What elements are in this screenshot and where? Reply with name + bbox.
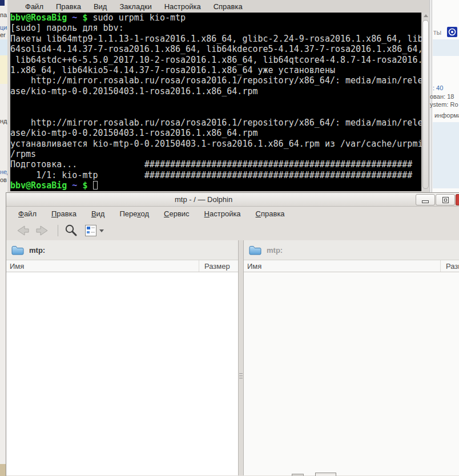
details-view-icon [85, 225, 96, 236]
background-band [0, 55, 8, 84]
konsole-menubar: ФайлПравкаВидЗакладкиНастройкаСправка [7, 0, 429, 13]
dolphin-menu-item-0[interactable]: Файл [11, 209, 44, 218]
konsole-menu-item-4[interactable]: Настройка [158, 2, 207, 11]
maximize-icon [442, 197, 449, 203]
dolphin-titlebar[interactable]: mtp - / — Dolphin [6, 193, 459, 207]
forward-arrow-icon [34, 224, 51, 237]
background-text-fragment: ован: 18 [430, 93, 454, 100]
terminal-line [10, 107, 421, 118]
background-link-fragment: циа. [0, 24, 8, 31]
background-text-fragment: информа [434, 112, 459, 119]
splitter-grip-icon [239, 373, 243, 379]
minimize-icon [422, 200, 429, 203]
terminal-line: http://mirror.rosalab.ru/rosa/rosa2016.1… [10, 118, 421, 128]
cutoff-widget [292, 474, 304, 476]
prompt-symbol: $ [82, 180, 92, 191]
forward-button[interactable] [33, 223, 53, 238]
location-bar-left[interactable]: mtp: [6, 240, 238, 260]
folder-icon [249, 245, 261, 255]
find-button[interactable] [63, 223, 80, 238]
close-button[interactable] [456, 194, 459, 205]
background-band [433, 39, 459, 56]
dolphin-menu-item-2[interactable]: Вид [84, 209, 112, 218]
prompt-user: bbv@RosaBig [10, 180, 67, 191]
minimize-button[interactable] [416, 194, 435, 205]
background-text-fragment: ов [0, 176, 7, 183]
terminal-line: устанавливается kio-mtp-0-0.20150403.1-r… [10, 139, 421, 149]
column-header-name[interactable]: Имя [10, 260, 24, 272]
dolphin-menu-item-3[interactable]: Переход [112, 209, 156, 218]
background-text-fragment: ты [433, 29, 441, 37]
scroll-up-icon[interactable] [424, 14, 428, 17]
dolphin-toolbar [6, 221, 459, 240]
back-button[interactable] [12, 223, 33, 238]
folder-icon [11, 245, 24, 255]
cutoff-widget [315, 473, 336, 476]
window-title: mtp - / — Dolphin [175, 195, 232, 204]
background-text-fragment: па [0, 11, 7, 18]
file-list-right[interactable] [244, 272, 459, 475]
dolphin-window: mtp - / — Dolphin ФайлПравкаВидПереходСе… [6, 192, 459, 476]
background-band [0, 464, 6, 476]
konsole-window: ФайлПравкаВидЗакладкиНастройкаСправка bb… [7, 0, 429, 192]
column-header-row: Имя Размер [6, 260, 238, 272]
konsole-menu-item-2[interactable]: Вид [87, 2, 114, 11]
background-window-right-edge: ты : 40 ован: 18 ystem: Ro информа [429, 0, 459, 192]
terminal-cursor [93, 181, 98, 189]
terminal-line: /rpms [10, 149, 421, 159]
terminal-line [10, 96, 421, 107]
split-view: mtp: Имя Размер mtp: Имя [6, 240, 459, 475]
background-link-fragment: нед [0, 168, 8, 175]
terminal-line: bbv@RosaBig ~ $ sudo urpmi kio-mtp [10, 13, 421, 23]
dolphin-menubar: ФайлПравкаВидПереходСервисНастройкаСправ… [6, 207, 459, 221]
dolphin-menu-item-1[interactable]: Правка [44, 209, 84, 218]
background-band [0, 39, 8, 55]
terminal-line: ase/kio-mtp-0-0.20150403.1-rosa2016.1.x8… [10, 128, 421, 138]
background-text-fragment: ystem: Ro [430, 101, 458, 108]
konsole-menu-item-3[interactable]: Закладки [113, 2, 158, 11]
prompt-symbol: $ [82, 13, 92, 23]
column-header-size[interactable]: Размер [440, 260, 459, 272]
view-mode-button[interactable] [83, 224, 106, 237]
terminal-line: lib64stdc++6-5.5.0_2017.10-2-rosa2016.1.… [10, 55, 421, 65]
terminal-line: http://mirror.rosalab.ru/rosa/rosa2016.1… [10, 75, 421, 86]
terminal-output[interactable]: bbv@RosaBig ~ $ sudo urpmi kio-mtp[sudo]… [10, 13, 421, 191]
breadcrumb[interactable]: mtp: [267, 246, 283, 255]
dolphin-menu-item-5[interactable]: Настройка [197, 209, 248, 218]
file-list-left[interactable] [6, 272, 238, 475]
maximize-button[interactable] [436, 194, 455, 205]
background-text-fragment: нды [0, 118, 8, 124]
konsole-menu-item-0[interactable]: Файл [19, 2, 50, 11]
terminal-line: 1/1: kio-mtp ###########################… [10, 170, 421, 180]
prompt-path: ~ [67, 180, 82, 191]
terminal-line: Подготовка... ##########################… [10, 159, 421, 170]
terminal-line: 1.x86_64, lib64kio5-4.14.37-7-rosa2016.1… [10, 65, 421, 75]
location-bar-right[interactable]: mtp: [244, 240, 459, 260]
terminal-scrollbar[interactable] [421, 13, 429, 191]
konsole-menu-item-1[interactable]: Правка [50, 2, 87, 11]
terminal-line: 64solid4-4.14.37-7-rosa2016.1.x86_64, li… [10, 44, 421, 54]
prompt-user: bbv@RosaBig [10, 13, 67, 23]
prompt-path: ~ [67, 13, 82, 23]
background-band [433, 122, 459, 188]
scrollbar-thumb[interactable] [422, 20, 429, 189]
background-text-fragment: er p [0, 31, 8, 38]
pane-splitter[interactable] [238, 240, 244, 475]
breadcrumb[interactable]: mtp: [29, 246, 45, 255]
file-pane-left: mtp: Имя Размер [6, 240, 238, 475]
toolbar-separator [58, 225, 58, 236]
column-header-size[interactable]: Размер [199, 260, 230, 272]
terminal-line: ase/kio-mtp-0-0.20150403.1-rosa2016.1.x8… [10, 86, 421, 96]
background-navy-block [0, 0, 5, 6]
site-logo-icon [447, 27, 457, 37]
background-text-fragment: : 40 [433, 84, 443, 91]
dolphin-menu-item-4[interactable]: Сервис [156, 209, 197, 218]
column-header-row: Имя Размер [244, 260, 459, 272]
back-arrow-icon [14, 224, 31, 237]
dolphin-menu-item-6[interactable]: Справка [248, 209, 292, 218]
column-header-name[interactable]: Имя [247, 260, 261, 272]
konsole-menu-item-5[interactable]: Справка [207, 2, 249, 11]
terminal-line: [sudo] пароль для bbv: [10, 23, 421, 33]
file-pane-right: mtp: Имя Размер [244, 240, 459, 475]
search-icon [65, 224, 78, 237]
